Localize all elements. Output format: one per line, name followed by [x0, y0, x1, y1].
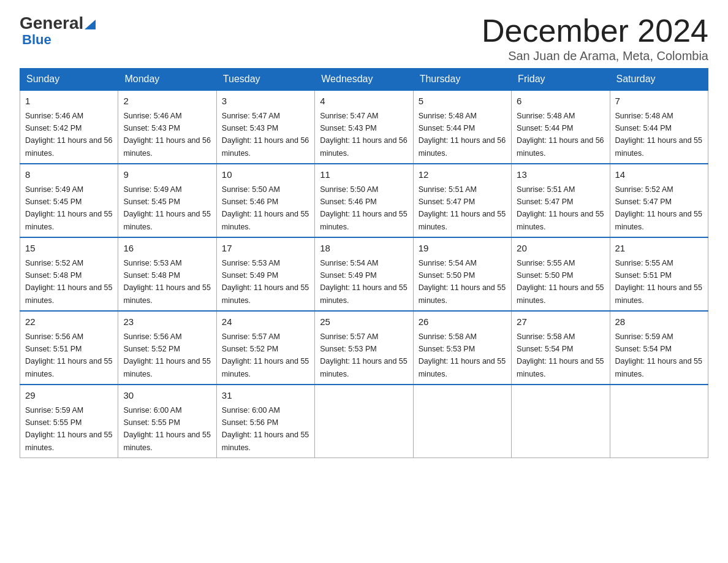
- day-info: Sunrise: 5:51 AMSunset: 5:47 PMDaylight:…: [419, 185, 506, 231]
- weekday-header-row: SundayMondayTuesdayWednesdayThursdayFrid…: [20, 69, 708, 91]
- day-number: 26: [419, 315, 506, 329]
- day-number: 3: [222, 94, 309, 109]
- calendar-cell: 21 Sunrise: 5:55 AMSunset: 5:51 PMDaylig…: [610, 237, 708, 311]
- day-info: Sunrise: 5:46 AMSunset: 5:43 PMDaylight:…: [123, 112, 210, 158]
- logo-blue-text: Blue: [22, 33, 51, 47]
- location: San Juan de Arama, Meta, Colombia: [482, 49, 708, 63]
- day-number: 27: [517, 315, 604, 329]
- day-info: Sunrise: 5:48 AMSunset: 5:44 PMDaylight:…: [517, 112, 604, 158]
- calendar-cell: 7 Sunrise: 5:48 AMSunset: 5:44 PMDayligh…: [610, 90, 708, 164]
- day-number: 6: [517, 94, 604, 109]
- weekday-header-tuesday: Tuesday: [216, 69, 314, 91]
- calendar-cell: 18 Sunrise: 5:54 AMSunset: 5:49 PMDaylig…: [315, 237, 413, 311]
- weekday-header-sunday: Sunday: [20, 69, 118, 91]
- title-block: December 2024 San Juan de Arama, Meta, C…: [482, 15, 708, 63]
- calendar-cell: 17 Sunrise: 5:53 AMSunset: 5:49 PMDaylig…: [216, 237, 314, 311]
- calendar-cell: 27 Sunrise: 5:58 AMSunset: 5:54 PMDaylig…: [512, 311, 610, 385]
- calendar-cell: 9 Sunrise: 5:49 AMSunset: 5:45 PMDayligh…: [118, 164, 216, 237]
- day-number: 13: [517, 168, 604, 182]
- day-info: Sunrise: 5:56 AMSunset: 5:51 PMDaylight:…: [25, 332, 112, 378]
- calendar-cell: 3 Sunrise: 5:47 AMSunset: 5:43 PMDayligh…: [216, 90, 314, 164]
- day-info: Sunrise: 5:55 AMSunset: 5:50 PMDaylight:…: [517, 259, 604, 305]
- day-number: 7: [615, 94, 703, 109]
- day-number: 19: [419, 242, 506, 256]
- week-row-2: 8 Sunrise: 5:49 AMSunset: 5:45 PMDayligh…: [20, 164, 708, 237]
- day-info: Sunrise: 5:59 AMSunset: 5:54 PMDaylight:…: [615, 332, 702, 378]
- day-info: Sunrise: 5:55 AMSunset: 5:51 PMDaylight:…: [615, 259, 702, 305]
- calendar-cell: 20 Sunrise: 5:55 AMSunset: 5:50 PMDaylig…: [512, 237, 610, 311]
- week-row-3: 15 Sunrise: 5:52 AMSunset: 5:48 PMDaylig…: [20, 237, 708, 311]
- calendar-cell: 30 Sunrise: 6:00 AMSunset: 5:55 PMDaylig…: [118, 385, 216, 458]
- weekday-header-friday: Friday: [512, 69, 610, 91]
- day-info: Sunrise: 6:00 AMSunset: 5:56 PMDaylight:…: [222, 406, 309, 452]
- day-number: 24: [222, 315, 309, 329]
- day-info: Sunrise: 5:48 AMSunset: 5:44 PMDaylight:…: [419, 112, 506, 158]
- calendar-cell: 19 Sunrise: 5:54 AMSunset: 5:50 PMDaylig…: [413, 237, 511, 311]
- calendar-cell: 13 Sunrise: 5:51 AMSunset: 5:47 PMDaylig…: [512, 164, 610, 237]
- day-number: 10: [222, 168, 309, 182]
- page: General Blue December 2024 San Juan de A…: [0, 0, 728, 473]
- calendar-cell: 8 Sunrise: 5:49 AMSunset: 5:45 PMDayligh…: [20, 164, 118, 237]
- day-info: Sunrise: 5:49 AMSunset: 5:45 PMDaylight:…: [123, 185, 210, 231]
- day-info: Sunrise: 5:56 AMSunset: 5:52 PMDaylight:…: [123, 332, 210, 378]
- day-number: 20: [517, 242, 604, 256]
- day-info: Sunrise: 5:47 AMSunset: 5:43 PMDaylight:…: [222, 112, 309, 158]
- day-number: 23: [123, 315, 211, 329]
- day-number: 25: [320, 315, 408, 329]
- calendar-cell: 6 Sunrise: 5:48 AMSunset: 5:44 PMDayligh…: [512, 90, 610, 164]
- day-number: 2: [123, 94, 211, 109]
- calendar-cell: [315, 385, 413, 458]
- day-number: 21: [615, 242, 703, 256]
- day-number: 29: [25, 389, 113, 403]
- calendar-cell: 12 Sunrise: 5:51 AMSunset: 5:47 PMDaylig…: [413, 164, 511, 237]
- calendar-cell: [512, 385, 610, 458]
- week-row-1: 1 Sunrise: 5:46 AMSunset: 5:42 PMDayligh…: [20, 90, 708, 164]
- calendar-cell: 26 Sunrise: 5:58 AMSunset: 5:53 PMDaylig…: [413, 311, 511, 385]
- day-number: 4: [320, 94, 408, 109]
- day-info: Sunrise: 5:58 AMSunset: 5:54 PMDaylight:…: [517, 332, 604, 378]
- calendar-cell: 23 Sunrise: 5:56 AMSunset: 5:52 PMDaylig…: [118, 311, 216, 385]
- day-info: Sunrise: 5:50 AMSunset: 5:46 PMDaylight:…: [320, 185, 407, 231]
- weekday-header-saturday: Saturday: [610, 69, 708, 91]
- calendar-cell: 1 Sunrise: 5:46 AMSunset: 5:42 PMDayligh…: [20, 90, 118, 164]
- day-number: 5: [419, 94, 506, 109]
- day-number: 12: [419, 168, 506, 182]
- day-info: Sunrise: 5:46 AMSunset: 5:42 PMDaylight:…: [25, 112, 112, 158]
- logo: General Blue: [20, 15, 96, 47]
- calendar-table: SundayMondayTuesdayWednesdayThursdayFrid…: [20, 68, 708, 458]
- day-number: 15: [25, 242, 113, 256]
- day-number: 14: [615, 168, 703, 182]
- day-number: 31: [222, 389, 309, 403]
- day-number: 30: [123, 389, 211, 403]
- day-info: Sunrise: 5:53 AMSunset: 5:48 PMDaylight:…: [123, 259, 210, 305]
- day-info: Sunrise: 5:57 AMSunset: 5:52 PMDaylight:…: [222, 332, 309, 378]
- calendar-cell: 4 Sunrise: 5:47 AMSunset: 5:43 PMDayligh…: [315, 90, 413, 164]
- calendar-cell: 22 Sunrise: 5:56 AMSunset: 5:51 PMDaylig…: [20, 311, 118, 385]
- day-number: 1: [25, 94, 113, 109]
- calendar-cell: [610, 385, 708, 458]
- day-number: 18: [320, 242, 408, 256]
- day-info: Sunrise: 5:52 AMSunset: 5:48 PMDaylight:…: [25, 259, 112, 305]
- day-info: Sunrise: 5:49 AMSunset: 5:45 PMDaylight:…: [25, 185, 112, 231]
- day-info: Sunrise: 5:47 AMSunset: 5:43 PMDaylight:…: [320, 112, 407, 158]
- week-row-4: 22 Sunrise: 5:56 AMSunset: 5:51 PMDaylig…: [20, 311, 708, 385]
- header: General Blue December 2024 San Juan de A…: [20, 15, 708, 63]
- week-row-5: 29 Sunrise: 5:59 AMSunset: 5:55 PMDaylig…: [20, 385, 708, 458]
- calendar-cell: 10 Sunrise: 5:50 AMSunset: 5:46 PMDaylig…: [216, 164, 314, 237]
- calendar-cell: 2 Sunrise: 5:46 AMSunset: 5:43 PMDayligh…: [118, 90, 216, 164]
- calendar-cell: 25 Sunrise: 5:57 AMSunset: 5:53 PMDaylig…: [315, 311, 413, 385]
- day-number: 28: [615, 315, 703, 329]
- day-number: 17: [222, 242, 309, 256]
- logo-general-text: General: [20, 15, 96, 33]
- day-number: 16: [123, 242, 211, 256]
- day-number: 8: [25, 168, 113, 182]
- day-number: 9: [123, 168, 211, 182]
- day-number: 11: [320, 168, 408, 182]
- month-title: December 2024: [482, 15, 708, 47]
- day-info: Sunrise: 5:54 AMSunset: 5:50 PMDaylight:…: [419, 259, 506, 305]
- calendar-cell: 14 Sunrise: 5:52 AMSunset: 5:47 PMDaylig…: [610, 164, 708, 237]
- calendar-cell: 29 Sunrise: 5:59 AMSunset: 5:55 PMDaylig…: [20, 385, 118, 458]
- weekday-header-monday: Monday: [118, 69, 216, 91]
- calendar-cell: 28 Sunrise: 5:59 AMSunset: 5:54 PMDaylig…: [610, 311, 708, 385]
- day-info: Sunrise: 5:58 AMSunset: 5:53 PMDaylight:…: [419, 332, 506, 378]
